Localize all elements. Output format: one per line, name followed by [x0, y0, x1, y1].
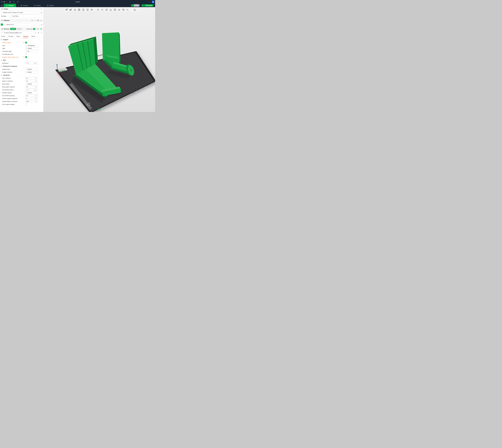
type-select[interactable]: normal(auto): [25, 44, 38, 47]
search-settings-icon[interactable]: [40, 32, 43, 34]
slice-dropdown-chevron-icon[interactable]: [131, 4, 134, 7]
setting-row-enable-support: Enable support: [0, 41, 43, 44]
process-tab-strength[interactable]: Strength: [8, 35, 14, 38]
viewport-3d[interactable]: AUTOOPTa Bambu Lab PLA 01: [44, 7, 155, 112]
reset-icon[interactable]: [23, 42, 25, 43]
scope-global-pill[interactable]: Global: [10, 28, 16, 30]
home-button[interactable]: [0, 4, 4, 7]
redo-icon[interactable]: [16, 1, 19, 3]
support-object-xy-distance-input[interactable]: 0.35mm: [25, 100, 38, 103]
spinner-arrows-icon[interactable]: [26, 63, 27, 64]
bed-type-select[interactable]: Cool Plate: [10, 15, 43, 17]
slice-button[interactable]: Slice: [134, 4, 140, 7]
setting-label: Top Z distance: [2, 77, 25, 79]
plate-number-label[interactable]: 01: [97, 107, 101, 111]
svg-text:a: a: [128, 10, 128, 11]
filament-select[interactable]: Generic PLA: [4, 23, 40, 26]
maximize-icon[interactable]: [152, 1, 154, 3]
auto-orient-icon[interactable]: AUTO: [73, 8, 76, 11]
group-title: Support: [3, 39, 8, 40]
split-to-parts-icon[interactable]: [122, 8, 125, 11]
threshold-angle-spinner[interactable]: 30°: [25, 50, 38, 53]
file-menu-label: File: [3, 1, 5, 3]
printer-settings-gear-icon[interactable]: [40, 8, 42, 10]
settings-list-icon[interactable]: [37, 28, 39, 30]
process-tab-others[interactable]: Others: [31, 35, 35, 38]
raft-layers-spinner[interactable]: 0layers: [25, 62, 38, 64]
bottom-z-distance-input[interactable]: 0.2mm: [25, 80, 38, 82]
base-pattern-spacing-input[interactable]: 2.5mm: [25, 86, 38, 88]
chevron-down-icon: [26, 45, 27, 46]
setting-label: Top interface layers: [2, 89, 25, 91]
top-interface-spacing-input[interactable]: 0.5mm: [25, 95, 38, 97]
chevron-down-icon: [26, 92, 27, 93]
top-z-distance-input[interactable]: 0.2mm: [25, 77, 38, 80]
move-icon[interactable]: [96, 8, 100, 11]
filament-settings-gear-icon[interactable]: [40, 19, 42, 22]
print-plate-button[interactable]: Print plate: [144, 4, 154, 7]
cut-icon[interactable]: [118, 8, 121, 11]
process-preset-select[interactable]: * 0.20mm Standard @BBL X1C: [1, 31, 33, 34]
edit-printer-icon[interactable]: [40, 11, 43, 14]
process-tab-support[interactable]: Support: [23, 35, 28, 38]
viewport-toolbar: AUTOOPTa: [63, 8, 142, 12]
normal-support-expansion-input[interactable]: 0mm: [25, 97, 38, 100]
remove-filament-icon[interactable]: [34, 19, 36, 22]
on-build-plate-only-checkbox[interactable]: [25, 53, 27, 55]
add-filament-icon[interactable]: [31, 19, 33, 22]
scale-icon[interactable]: [105, 8, 108, 11]
top-interface-layers-select[interactable]: 2layers: [25, 89, 38, 91]
base-pattern-select[interactable]: Default: [25, 83, 38, 85]
reset-icon[interactable]: [23, 56, 25, 58]
chevron-down-icon: [2, 32, 3, 33]
split-to-objects-icon[interactable]: [113, 8, 116, 11]
support-interface-select[interactable]: Default: [25, 71, 38, 73]
svg-text:O: O: [83, 9, 84, 10]
chevron-down-icon: [2, 12, 3, 13]
undo-icon[interactable]: [13, 1, 15, 3]
printer-select[interactable]: Bambu Lab X1 Carbon 0.4 nozzle: [1, 11, 40, 14]
setting-row-top-interface-spacing: Top interface spacing0.5mm: [0, 94, 43, 97]
filament-slot-badge[interactable]: 1: [1, 23, 3, 26]
arrange-icon[interactable]: [78, 8, 81, 11]
objects-table-icon[interactable]: [40, 28, 42, 30]
edit-filament-icon[interactable]: [40, 23, 43, 26]
support-critical-regions-only-checkbox[interactable]: [25, 56, 27, 58]
text-icon[interactable]: Ta: [126, 8, 129, 11]
tab-device[interactable]: Device: [31, 4, 43, 7]
assembly-icon[interactable]: [133, 8, 136, 11]
save-icon[interactable]: [9, 1, 11, 3]
paste-icon[interactable]: P: [86, 8, 89, 11]
setting-label: On build plate only: [2, 53, 25, 55]
copy-icon[interactable]: O: [82, 8, 85, 11]
menu-chevron-icon[interactable]: [6, 1, 7, 2]
minimize-icon[interactable]: [148, 1, 151, 3]
spinner-arrows-icon[interactable]: [26, 51, 27, 52]
reset-preset-icon[interactable]: [34, 32, 37, 34]
enable-support-checkbox[interactable]: [25, 42, 27, 44]
interface-pattern-select[interactable]: Default: [25, 92, 38, 94]
file-menu-button[interactable]: File: [1, 1, 5, 3]
setting-row-threshold-angle: Threshold angle30°: [0, 50, 43, 53]
save-preset-icon[interactable]: [37, 32, 40, 34]
tab-prepare[interactable]: Prepare: [4, 4, 16, 7]
process-tab-quality[interactable]: Quality: [1, 35, 5, 38]
add-plate-icon[interactable]: [69, 8, 72, 11]
scope-objects-pill[interactable]: Objects: [16, 28, 22, 30]
setting-row-top-z-distance: Top Z distance0.2mm: [0, 77, 43, 80]
chevron-down-icon: [26, 83, 27, 84]
ams-sync-icon[interactable]: [37, 19, 39, 22]
rotate-icon[interactable]: [101, 8, 104, 11]
style-select[interactable]: Default: [25, 47, 38, 50]
layers-icon[interactable]: [90, 8, 93, 11]
process-tab-speed[interactable]: Speed: [16, 35, 20, 38]
add-object-icon[interactable]: [65, 8, 68, 11]
support-base-select[interactable]: Default: [25, 68, 38, 70]
print-dropdown-chevron-icon[interactable]: [141, 4, 144, 7]
lay-on-face-icon[interactable]: [109, 8, 112, 11]
advanced-toggle[interactable]: [33, 28, 36, 30]
tab-preview[interactable]: Preview: [18, 4, 30, 7]
tab-project[interactable]: Project: [45, 4, 56, 7]
printer-model-value: Bambu Lab X1 Carbon 0.4 nozzle: [3, 12, 23, 13]
don-t-support-bridges-checkbox[interactable]: [25, 104, 27, 105]
